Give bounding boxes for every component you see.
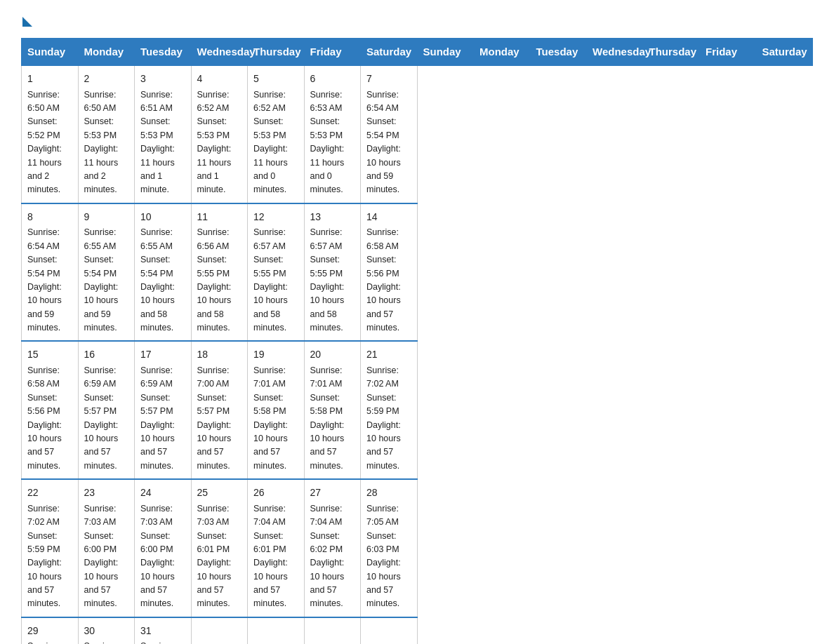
- day-header-friday: Friday: [700, 39, 757, 66]
- day-info: Sunrise: 6:50 AMSunset: 5:53 PMDaylight:…: [84, 88, 129, 197]
- calendar-cell: 22Sunrise: 7:02 AMSunset: 5:59 PMDayligh…: [22, 479, 79, 617]
- calendar-cell: [191, 617, 248, 644]
- day-info: Sunrise: 7:03 AMSunset: 6:00 PMDaylight:…: [140, 502, 185, 611]
- day-header-saturday: Saturday: [361, 39, 418, 66]
- day-info: Sunrise: 7:05 AMSunset: 6:03 PMDaylight:…: [366, 502, 411, 611]
- day-header-monday: Monday: [78, 39, 135, 66]
- day-header-tuesday: Tuesday: [135, 39, 192, 66]
- day-info: Sunrise: 7:03 AMSunset: 6:00 PMDaylight:…: [84, 502, 129, 611]
- calendar-cell: 11Sunrise: 6:56 AMSunset: 5:55 PMDayligh…: [191, 203, 248, 342]
- calendar-cell: 18Sunrise: 7:00 AMSunset: 5:57 PMDayligh…: [191, 341, 248, 479]
- day-number: 30: [84, 624, 129, 639]
- calendar-cell: 28Sunrise: 7:05 AMSunset: 6:03 PMDayligh…: [361, 479, 418, 617]
- day-header-wednesday: Wednesday: [587, 39, 644, 66]
- calendar-cell: 23Sunrise: 7:03 AMSunset: 6:00 PMDayligh…: [78, 479, 135, 617]
- day-info: Sunrise: 6:59 AMSunset: 5:57 PMDaylight:…: [140, 364, 185, 473]
- calendar-cell: 29Sunrise: 7:05 AMSunset: 6:03 PMDayligh…: [22, 617, 79, 644]
- day-number: 16: [84, 347, 129, 363]
- day-header-wednesday: Wednesday: [191, 39, 248, 66]
- calendar-cell: 6Sunrise: 6:53 AMSunset: 5:53 PMDaylight…: [304, 65, 361, 203]
- day-number: 4: [197, 72, 242, 87]
- day-number: 1: [27, 72, 72, 87]
- day-header-tuesday: Tuesday: [530, 39, 587, 66]
- day-info: Sunrise: 7:05 AMSunset: 6:04 PMDaylight:…: [84, 640, 129, 644]
- calendar-cell: 31Sunrise: 7:06 AMSunset: 6:04 PMDayligh…: [135, 617, 192, 644]
- day-info: Sunrise: 6:58 AMSunset: 5:56 PMDaylight:…: [27, 364, 72, 473]
- day-number: 3: [140, 72, 185, 87]
- calendar-cell: 9Sunrise: 6:55 AMSunset: 5:54 PMDaylight…: [78, 203, 135, 342]
- day-header-monday: Monday: [474, 39, 531, 66]
- day-header-thursday: Thursday: [248, 39, 305, 66]
- day-info: Sunrise: 7:04 AMSunset: 6:02 PMDaylight:…: [310, 502, 355, 611]
- day-info: Sunrise: 6:59 AMSunset: 5:57 PMDaylight:…: [84, 364, 129, 473]
- day-number: 14: [366, 210, 411, 225]
- day-number: 13: [310, 210, 355, 225]
- calendar-header-row: SundayMondayTuesdayWednesdayThursdayFrid…: [22, 39, 813, 66]
- day-info: Sunrise: 6:55 AMSunset: 5:54 PMDaylight:…: [140, 226, 185, 335]
- day-number: 2: [84, 72, 129, 87]
- calendar-cell: 17Sunrise: 6:59 AMSunset: 5:57 PMDayligh…: [135, 341, 192, 479]
- calendar-cell: 20Sunrise: 7:01 AMSunset: 5:58 PMDayligh…: [304, 341, 361, 479]
- day-info: Sunrise: 7:02 AMSunset: 5:59 PMDaylight:…: [27, 502, 72, 611]
- day-info: Sunrise: 6:57 AMSunset: 5:55 PMDaylight:…: [253, 226, 298, 335]
- calendar-cell: 13Sunrise: 6:57 AMSunset: 5:55 PMDayligh…: [304, 203, 361, 342]
- day-info: Sunrise: 6:57 AMSunset: 5:55 PMDaylight:…: [310, 226, 355, 335]
- day-number: 28: [366, 485, 411, 501]
- calendar-cell: [248, 617, 305, 644]
- calendar-table: SundayMondayTuesdayWednesdayThursdayFrid…: [21, 38, 813, 644]
- day-number: 12: [253, 210, 298, 225]
- calendar-cell: 1Sunrise: 6:50 AMSunset: 5:52 PMDaylight…: [22, 65, 79, 203]
- day-number: 23: [84, 485, 129, 501]
- calendar-cell: 5Sunrise: 6:52 AMSunset: 5:53 PMDaylight…: [248, 65, 305, 203]
- day-number: 24: [140, 485, 185, 501]
- calendar-cell: 2Sunrise: 6:50 AMSunset: 5:53 PMDaylight…: [78, 65, 135, 203]
- calendar-cell: 25Sunrise: 7:03 AMSunset: 6:01 PMDayligh…: [191, 479, 248, 617]
- day-info: Sunrise: 6:58 AMSunset: 5:56 PMDaylight:…: [366, 226, 411, 335]
- day-number: 6: [310, 72, 355, 87]
- day-number: 7: [366, 72, 411, 87]
- day-info: Sunrise: 7:01 AMSunset: 5:58 PMDaylight:…: [310, 364, 355, 473]
- day-header-sunday: Sunday: [22, 39, 79, 66]
- calendar-cell: 27Sunrise: 7:04 AMSunset: 6:02 PMDayligh…: [304, 479, 361, 617]
- day-info: Sunrise: 6:54 AMSunset: 5:54 PMDaylight:…: [27, 226, 72, 335]
- day-number: 9: [84, 210, 129, 225]
- day-number: 21: [366, 347, 411, 363]
- calendar-cell: 14Sunrise: 6:58 AMSunset: 5:56 PMDayligh…: [361, 203, 418, 342]
- day-info: Sunrise: 6:55 AMSunset: 5:54 PMDaylight:…: [84, 226, 129, 335]
- day-header-sunday: Sunday: [417, 39, 474, 66]
- day-number: 19: [253, 347, 298, 363]
- day-number: 5: [253, 72, 298, 87]
- day-number: 15: [27, 347, 72, 363]
- calendar-cell: 26Sunrise: 7:04 AMSunset: 6:01 PMDayligh…: [248, 479, 305, 617]
- day-info: Sunrise: 7:04 AMSunset: 6:01 PMDaylight:…: [253, 502, 298, 611]
- day-header-saturday: Saturday: [756, 39, 813, 66]
- calendar-cell: 15Sunrise: 6:58 AMSunset: 5:56 PMDayligh…: [22, 341, 79, 479]
- calendar-cell: 12Sunrise: 6:57 AMSunset: 5:55 PMDayligh…: [248, 203, 305, 342]
- day-info: Sunrise: 6:53 AMSunset: 5:53 PMDaylight:…: [310, 88, 355, 197]
- day-info: Sunrise: 6:56 AMSunset: 5:55 PMDaylight:…: [197, 226, 242, 335]
- calendar-cell: 3Sunrise: 6:51 AMSunset: 5:53 PMDaylight…: [135, 65, 192, 203]
- calendar-week-row: 22Sunrise: 7:02 AMSunset: 5:59 PMDayligh…: [22, 479, 813, 617]
- day-info: Sunrise: 7:01 AMSunset: 5:58 PMDaylight:…: [253, 364, 298, 473]
- day-info: Sunrise: 7:02 AMSunset: 5:59 PMDaylight:…: [366, 364, 411, 473]
- day-info: Sunrise: 6:54 AMSunset: 5:54 PMDaylight:…: [366, 88, 411, 197]
- day-info: Sunrise: 6:52 AMSunset: 5:53 PMDaylight:…: [253, 88, 298, 197]
- calendar-cell: 4Sunrise: 6:52 AMSunset: 5:53 PMDaylight…: [191, 65, 248, 203]
- day-number: 20: [310, 347, 355, 363]
- logo-arrow-icon: [22, 17, 32, 27]
- day-header-thursday: Thursday: [643, 39, 700, 66]
- day-info: Sunrise: 6:51 AMSunset: 5:53 PMDaylight:…: [140, 88, 185, 197]
- day-number: 26: [253, 485, 298, 501]
- calendar-cell: 19Sunrise: 7:01 AMSunset: 5:58 PMDayligh…: [248, 341, 305, 479]
- logo: [21, 14, 32, 24]
- calendar-cell: 10Sunrise: 6:55 AMSunset: 5:54 PMDayligh…: [135, 203, 192, 342]
- day-info: Sunrise: 7:06 AMSunset: 6:04 PMDaylight:…: [140, 640, 185, 644]
- calendar-week-row: 29Sunrise: 7:05 AMSunset: 6:03 PMDayligh…: [22, 617, 813, 644]
- day-number: 8: [27, 210, 72, 225]
- calendar-cell: 30Sunrise: 7:05 AMSunset: 6:04 PMDayligh…: [78, 617, 135, 644]
- page-header: [21, 14, 813, 24]
- day-number: 31: [140, 624, 185, 639]
- calendar-week-row: 15Sunrise: 6:58 AMSunset: 5:56 PMDayligh…: [22, 341, 813, 479]
- day-number: 18: [197, 347, 242, 363]
- day-number: 27: [310, 485, 355, 501]
